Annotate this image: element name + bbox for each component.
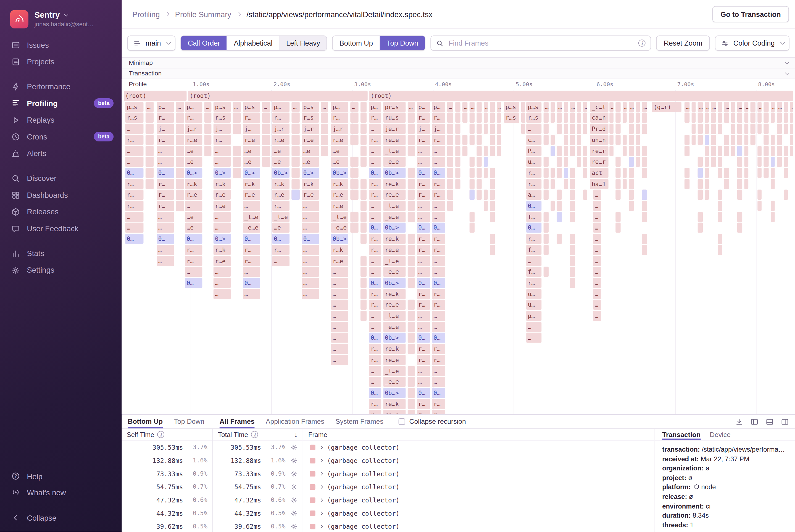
details-tab-transaction[interactable]: Transaction	[662, 429, 701, 440]
table-row-total[interactable]: 47.32ms0.6%	[213, 493, 303, 507]
flame-frame[interactable]: 0…	[526, 223, 542, 233]
flame-frame[interactable]	[551, 102, 555, 112]
flame-frame[interactable]: 0…>	[302, 168, 319, 178]
flame-frame[interactable]	[731, 124, 735, 134]
flame-frame[interactable]	[408, 113, 415, 123]
flame-frame[interactable]	[692, 124, 696, 134]
flame-frame[interactable]	[484, 157, 488, 167]
flame-frame[interactable]: r…s	[504, 113, 519, 123]
flame-frame[interactable]: 0…	[272, 234, 289, 244]
table-row-frame[interactable]: (garbage collector)	[303, 454, 655, 467]
flame-frame[interactable]: …	[213, 146, 231, 156]
flame-frame[interactable]: _e…e	[383, 322, 406, 332]
flame-frame[interactable]: …	[790, 102, 793, 112]
flame-frame[interactable]	[490, 212, 495, 222]
flame-frame[interactable]: …	[417, 157, 430, 167]
flame-frame[interactable]: …	[642, 102, 647, 112]
flame-frame[interactable]: …	[350, 102, 358, 112]
flame-frame[interactable]: …	[243, 289, 260, 299]
flame-frame[interactable]: r…	[125, 190, 144, 200]
flame-frame[interactable]: …	[417, 322, 430, 332]
flame-frame[interactable]: p…	[417, 102, 430, 112]
flame-frame[interactable]: …	[684, 102, 689, 112]
flame-frame[interactable]	[629, 113, 634, 123]
flame-frame[interactable]: …	[593, 201, 601, 211]
direction-top-down[interactable]: Top Down	[380, 36, 425, 50]
flame-frame[interactable]: r…	[185, 113, 202, 123]
flame-frame[interactable]: p…	[331, 102, 348, 112]
flame-frame[interactable]: …	[593, 311, 601, 321]
flame-frame[interactable]: 0…	[185, 234, 202, 244]
flame-frame[interactable]	[564, 113, 568, 123]
flame-frame[interactable]	[455, 157, 460, 167]
flame-frame[interactable]	[744, 179, 749, 189]
flame-frame[interactable]: …	[213, 157, 231, 167]
flame-frame[interactable]: …	[185, 267, 202, 277]
flame-frame[interactable]: _l…e	[272, 212, 289, 222]
flame-frame[interactable]: r…	[185, 245, 202, 255]
table-row-frame[interactable]: (garbage collector)	[303, 441, 655, 454]
flame-frame[interactable]	[564, 124, 568, 134]
flame-frame[interactable]	[616, 124, 620, 134]
flame-frame[interactable]	[470, 190, 475, 200]
flame-frame[interactable]	[570, 190, 575, 200]
flame-frame[interactable]	[623, 135, 627, 145]
flame-frame[interactable]: r…	[369, 289, 381, 299]
sidebar-item-releases[interactable]: Releases	[0, 203, 122, 220]
flame-frame[interactable]	[408, 333, 415, 343]
flame-frame[interactable]: 0…	[369, 333, 381, 343]
flame-frame[interactable]: _l…e	[383, 256, 406, 266]
flame-frame[interactable]	[763, 102, 769, 112]
flame-frame[interactable]: …	[213, 289, 231, 299]
flame-frame[interactable]: r…	[417, 355, 430, 365]
flame-frame[interactable]: …	[213, 223, 231, 233]
flame-frame[interactable]: r…	[157, 201, 174, 211]
flame-frame[interactable]: …	[331, 344, 348, 354]
flame-frame[interactable]: …	[369, 146, 381, 156]
flame-frame[interactable]: r…	[157, 135, 174, 145]
flame-frame[interactable]: re…k	[383, 289, 406, 299]
flame-frame[interactable]: r…	[369, 234, 381, 244]
flame-frame[interactable]: …	[417, 377, 430, 387]
sidebar-item-dashboards[interactable]: Dashboards	[0, 187, 122, 203]
flame-frame[interactable]: r…	[369, 410, 381, 414]
flame-frame[interactable]: p…s	[243, 102, 260, 112]
flame-frame[interactable]: 0…	[526, 201, 542, 211]
flame-frame[interactable]	[350, 135, 358, 145]
flame-frame[interactable]	[577, 146, 581, 156]
flame-frame[interactable]	[146, 124, 154, 134]
flame-frame[interactable]: _l…e	[383, 146, 406, 156]
flame-frame[interactable]: r…k	[331, 245, 348, 255]
breadcrumb-item[interactable]: Profiling	[132, 10, 160, 19]
flame-frame[interactable]: …	[272, 256, 289, 266]
flame-frame[interactable]: …	[698, 102, 703, 112]
flame-frame[interactable]	[718, 157, 722, 167]
flame-frame[interactable]	[556, 124, 562, 134]
reset-zoom-button[interactable]: Reset Zoom	[656, 35, 710, 51]
flame-frame[interactable]	[360, 201, 366, 211]
table-row-self[interactable]: 305.53ms3.7%	[122, 441, 213, 454]
flame-frame[interactable]: f…	[526, 267, 542, 277]
flame-frame[interactable]: …	[213, 212, 231, 222]
flame-frame[interactable]: j…	[157, 124, 174, 134]
flame-frame[interactable]: _l…e	[383, 201, 406, 211]
flame-frame[interactable]: 0b…>	[272, 168, 289, 178]
flame-frame[interactable]: r…	[417, 234, 430, 244]
flame-frame[interactable]	[291, 113, 299, 123]
flame-frame[interactable]	[642, 157, 647, 167]
total-time-header[interactable]: Total Time i ↓	[213, 429, 303, 441]
transaction-section[interactable]: Transaction	[122, 69, 795, 79]
flame-frame[interactable]	[724, 146, 729, 156]
flame-frame[interactable]: j…r	[331, 124, 348, 134]
flame-frame[interactable]	[771, 201, 775, 211]
flame-frame[interactable]	[698, 179, 703, 189]
flame-frame[interactable]	[616, 179, 620, 189]
flame-frame[interactable]	[321, 135, 328, 145]
flame-frame[interactable]: p…s	[302, 102, 319, 112]
flame-frame[interactable]	[551, 168, 555, 178]
flame-frame[interactable]: …	[408, 102, 415, 112]
flame-frame[interactable]	[718, 190, 722, 200]
flame-frame[interactable]: r…	[272, 201, 289, 211]
flame-frame[interactable]: …	[369, 267, 381, 277]
flame-frame[interactable]	[556, 157, 562, 167]
